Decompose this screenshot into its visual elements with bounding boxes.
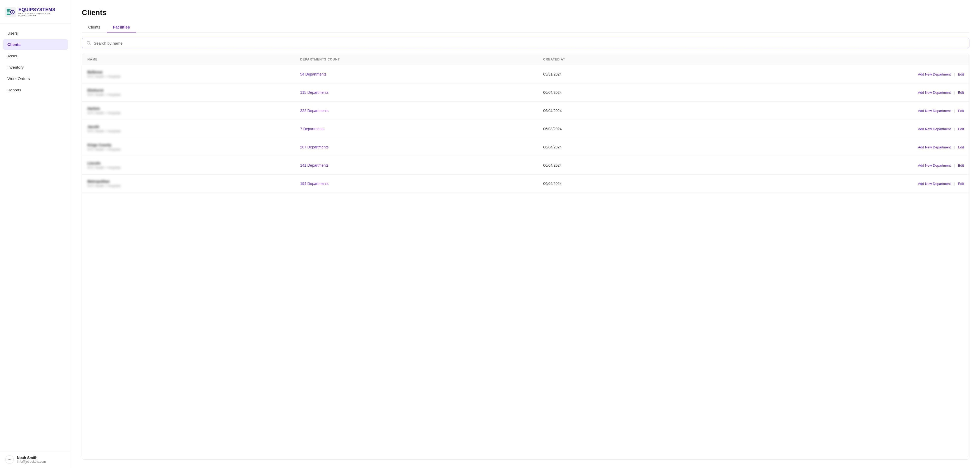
- users-label: Users: [7, 31, 18, 35]
- facility-name-cell: Kings County NYC Health + Hospitals: [82, 138, 295, 156]
- table-row: Jacobi NYC Health + Hospitals 7 Departme…: [82, 120, 969, 138]
- facility-name-cell: Harlem NYC Health + Hospitals: [82, 102, 295, 120]
- facility-name-cell: Elmhurst NYC Health + Hospitals: [82, 83, 295, 102]
- brand-name: EquipSystems: [19, 7, 66, 13]
- sidebar-item-work-orders[interactable]: Work Orders: [3, 73, 68, 84]
- table-row: Kings County NYC Health + Hospitals 207 …: [82, 138, 969, 156]
- add-new-department-link[interactable]: Add New Department: [918, 164, 951, 167]
- user-footer: ··· Noah Smith Info@jetrockets.com: [0, 451, 71, 468]
- tab-clients[interactable]: Clients: [82, 22, 107, 32]
- logo-area: EquipSystems Healthcare Equipment Manage…: [0, 0, 71, 24]
- edit-link[interactable]: Edit: [958, 72, 964, 76]
- sidebar-item-users[interactable]: Users: [3, 28, 68, 38]
- sidebar: EquipSystems Healthcare Equipment Manage…: [0, 0, 71, 468]
- asset-label: Asset: [7, 54, 18, 58]
- edit-link[interactable]: Edit: [958, 91, 964, 94]
- edit-link[interactable]: Edit: [958, 127, 964, 131]
- facility-name: Bellevue: [88, 70, 290, 74]
- facility-sub: NYC Health + Hospitals: [88, 184, 290, 188]
- departments-count-cell: 115 Departments: [295, 83, 538, 102]
- actions-cell: Add New Department | Edit: [695, 120, 969, 138]
- departments-link[interactable]: 222 Departments: [300, 108, 328, 113]
- user-info: Noah Smith Info@jetrockets.com: [17, 455, 46, 463]
- departments-link[interactable]: 115 Departments: [300, 90, 328, 94]
- col-actions: [695, 54, 969, 65]
- departments-link[interactable]: 7 Departments: [300, 127, 325, 131]
- search-input[interactable]: [94, 41, 965, 45]
- facility-sub: NYC Health + Hospitals: [88, 166, 290, 170]
- svg-point-7: [87, 41, 90, 45]
- edit-link[interactable]: Edit: [958, 145, 964, 149]
- action-divider: |: [954, 127, 955, 131]
- add-new-department-link[interactable]: Add New Department: [918, 91, 951, 94]
- facility-name-cell: Bellevue NYC Health + Hospitals: [82, 65, 295, 83]
- actions-cell: Add New Department | Edit: [695, 65, 969, 83]
- created-at-cell: 06/04/2024: [538, 156, 695, 175]
- sidebar-item-inventory[interactable]: Inventory: [3, 62, 68, 73]
- svg-rect-1: [6, 9, 10, 10]
- facility-name: Elmhurst: [88, 88, 290, 92]
- facilities-table-container: NAME DEPARTMENTS COUNT CREATED AT Bellev…: [82, 54, 969, 460]
- edit-link[interactable]: Edit: [958, 182, 964, 186]
- search-bar: [82, 38, 969, 48]
- svg-line-8: [90, 44, 91, 45]
- facilities-table: NAME DEPARTMENTS COUNT CREATED AT Bellev…: [82, 54, 969, 193]
- action-divider: |: [954, 182, 955, 186]
- departments-link[interactable]: 207 Departments: [300, 145, 328, 149]
- svg-rect-2: [6, 10, 10, 11]
- user-menu-button[interactable]: ···: [5, 455, 14, 464]
- departments-link[interactable]: 194 Departments: [300, 181, 328, 186]
- logo-icon: [5, 6, 16, 18]
- action-divider: |: [954, 91, 955, 94]
- add-new-department-link[interactable]: Add New Department: [918, 145, 951, 149]
- actions-cell: Add New Department | Edit: [695, 83, 969, 102]
- action-divider: |: [954, 164, 955, 167]
- page-title: Clients: [82, 8, 969, 17]
- departments-count-cell: 194 Departments: [295, 175, 538, 193]
- actions-cell: Add New Department | Edit: [695, 138, 969, 156]
- edit-link[interactable]: Edit: [958, 109, 964, 113]
- action-divider: |: [954, 109, 955, 113]
- add-new-department-link[interactable]: Add New Department: [918, 127, 951, 131]
- brand-tagline: Healthcare Equipment Management: [19, 12, 66, 17]
- add-new-department-link[interactable]: Add New Department: [918, 72, 951, 76]
- facility-sub: NYC Health + Hospitals: [88, 148, 290, 151]
- add-new-department-link[interactable]: Add New Department: [918, 109, 951, 113]
- created-at-cell: 06/04/2024: [538, 83, 695, 102]
- actions-cell: Add New Department | Edit: [695, 102, 969, 120]
- facility-name: Lincoln: [88, 161, 290, 166]
- tabs-row: Clients Facilities: [82, 22, 969, 32]
- tab-facilities[interactable]: Facilities: [107, 22, 136, 32]
- col-name: NAME: [82, 54, 295, 65]
- facility-sub: NYC Health + Hospitals: [88, 93, 290, 97]
- main-content: Clients Clients Facilities NAME DEPARTME…: [71, 0, 980, 468]
- sidebar-item-reports[interactable]: Reports: [3, 84, 68, 96]
- sidebar-item-clients[interactable]: Clients: [3, 39, 68, 50]
- departments-link[interactable]: 141 Departments: [300, 163, 328, 167]
- facility-name-cell: Metropolitan NYC Health + Hospitals: [82, 175, 295, 193]
- add-new-department-link[interactable]: Add New Department: [918, 182, 951, 186]
- table-row: Harlem NYC Health + Hospitals 222 Depart…: [82, 102, 969, 120]
- table-row: Metropolitan NYC Health + Hospitals 194 …: [82, 175, 969, 193]
- user-email: Info@jetrockets.com: [17, 460, 46, 463]
- work-orders-label: Work Orders: [7, 76, 30, 81]
- sidebar-item-asset[interactable]: Asset: [3, 51, 68, 61]
- facility-name-cell: Jacobi NYC Health + Hospitals: [82, 120, 295, 138]
- svg-rect-3: [6, 11, 10, 12]
- logo-text: EquipSystems Healthcare Equipment Manage…: [19, 7, 66, 17]
- col-departments-count: DEPARTMENTS COUNT: [295, 54, 538, 65]
- col-created-at: CREATED AT: [538, 54, 695, 65]
- facility-name: Kings County: [88, 143, 290, 147]
- edit-link[interactable]: Edit: [958, 164, 964, 167]
- created-at-cell: 06/03/2024: [538, 120, 695, 138]
- departments-count-cell: 207 Departments: [295, 138, 538, 156]
- facility-name: Harlem: [88, 107, 290, 111]
- facility-name-cell: Lincoln NYC Health + Hospitals: [82, 156, 295, 175]
- departments-link[interactable]: 54 Departments: [300, 72, 326, 76]
- departments-count-cell: 54 Departments: [295, 65, 538, 83]
- user-name: Noah Smith: [17, 455, 46, 460]
- table-row: Bellevue NYC Health + Hospitals 54 Depar…: [82, 65, 969, 83]
- action-divider: |: [954, 145, 955, 149]
- table-row: Lincoln NYC Health + Hospitals 141 Depar…: [82, 156, 969, 175]
- created-at-cell: 06/04/2024: [538, 175, 695, 193]
